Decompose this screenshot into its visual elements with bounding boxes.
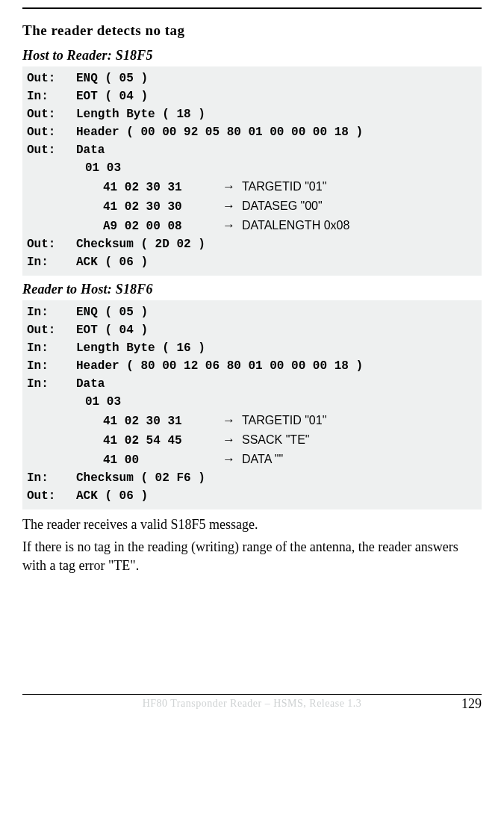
direction-label: Out: xyxy=(27,489,76,503)
direction-label: Out: xyxy=(27,108,76,121)
code-row: Out: Checksum ( 2D 02 ) xyxy=(27,235,477,253)
code-row: In: ENQ ( 05 ) xyxy=(27,303,477,321)
page-title: The reader detects no tag xyxy=(22,22,482,39)
code-text: ACK ( 06 ) xyxy=(76,255,148,269)
data-desc: TARGETID "01" xyxy=(242,414,326,427)
direction-label: In: xyxy=(27,306,76,319)
arrow-icon: → xyxy=(223,433,242,447)
paragraph: The reader receives a valid S18F5 messag… xyxy=(22,515,482,533)
code-text: Length Byte ( 16 ) xyxy=(76,341,205,355)
data-hex: 41 02 30 30 xyxy=(103,200,223,214)
data-subrow: 41 02 30 30 → DATASEG "00" xyxy=(27,196,477,216)
data-subrow: 01 03 xyxy=(27,159,477,177)
section1-code: Out: ENQ ( 05 ) In: EOT ( 04 ) Out: Leng… xyxy=(22,66,482,276)
data-subrow: 01 03 xyxy=(27,393,477,411)
data-hex: 41 02 30 31 xyxy=(103,415,223,428)
arrow-icon: → xyxy=(223,452,242,467)
code-text: Header ( 00 00 92 05 80 01 00 00 00 18 ) xyxy=(76,125,363,139)
code-text: Checksum ( 02 F6 ) xyxy=(76,471,205,485)
arrow-icon: → xyxy=(223,218,242,233)
data-hex: 41 00 xyxy=(103,453,223,467)
data-hex: 01 03 xyxy=(85,395,121,409)
direction-label: In: xyxy=(27,255,76,269)
code-row: In: Data xyxy=(27,375,477,393)
section2-heading: Reader to Host: S18F6 xyxy=(22,282,482,297)
page-number: 129 xyxy=(461,696,482,712)
direction-label: In: xyxy=(27,471,76,485)
code-text: EOT ( 04 ) xyxy=(76,323,148,337)
arrow-icon: → xyxy=(223,413,242,428)
data-desc: DATALENGTH 0x08 xyxy=(242,219,349,232)
data-desc: DATASEG "00" xyxy=(242,199,323,213)
data-desc: SSACK "TE" xyxy=(242,433,310,447)
code-row: In: Checksum ( 02 F6 ) xyxy=(27,469,477,487)
code-text: Checksum ( 2D 02 ) xyxy=(76,238,205,251)
page: The reader detects no tag Host to Reader… xyxy=(0,7,504,717)
data-desc: DATA "" xyxy=(242,453,283,466)
code-text: Header ( 80 00 12 06 80 01 00 00 00 18 ) xyxy=(76,359,363,373)
direction-label: Out: xyxy=(27,323,76,337)
code-text: Length Byte ( 18 ) xyxy=(76,108,205,121)
direction-label: In: xyxy=(27,341,76,355)
arrow-icon: → xyxy=(223,199,242,214)
data-subrow: 41 02 30 31 → TARGETID "01" xyxy=(27,411,477,430)
direction-label: In: xyxy=(27,359,76,373)
section1-heading: Host to Reader: S18F5 xyxy=(22,48,482,63)
code-row: Out: EOT ( 04 ) xyxy=(27,321,477,339)
data-subrow: 41 02 30 31 → TARGETID "01" xyxy=(27,177,477,196)
paragraph: If there is no tag in the reading (writi… xyxy=(22,538,482,574)
direction-label: In: xyxy=(27,90,76,103)
code-row: Out: ACK ( 06 ) xyxy=(27,487,477,505)
footer-center-text: HF80 Transponder Reader – HSMS, Release … xyxy=(22,698,482,710)
code-row: In: EOT ( 04 ) xyxy=(27,87,477,105)
data-hex: 01 03 xyxy=(85,161,121,175)
footer: HF80 Transponder Reader – HSMS, Release … xyxy=(22,694,482,717)
code-row: In: Length Byte ( 16 ) xyxy=(27,339,477,357)
data-subrow: 41 02 54 45 → SSACK "TE" xyxy=(27,430,477,450)
code-row: In: Header ( 80 00 12 06 80 01 00 00 00 … xyxy=(27,357,477,375)
arrow-icon: → xyxy=(223,179,242,194)
code-text: ENQ ( 05 ) xyxy=(76,72,148,85)
direction-label: Out: xyxy=(27,143,76,157)
direction-label: In: xyxy=(27,377,76,391)
code-row: Out: ENQ ( 05 ) xyxy=(27,69,477,87)
code-text: Data xyxy=(76,143,105,157)
direction-label: Out: xyxy=(27,125,76,139)
section2-code: In: ENQ ( 05 ) Out: EOT ( 04 ) In: Lengt… xyxy=(22,300,482,509)
direction-label: Out: xyxy=(27,238,76,251)
data-hex: 41 02 54 45 xyxy=(103,434,223,447)
code-row: Out: Header ( 00 00 92 05 80 01 00 00 00… xyxy=(27,123,477,141)
direction-label: Out: xyxy=(27,72,76,85)
data-subrow: A9 02 00 08 → DATALENGTH 0x08 xyxy=(27,216,477,235)
code-row: Out: Data xyxy=(27,141,477,159)
data-desc: TARGETID "01" xyxy=(242,180,326,193)
code-text: EOT ( 04 ) xyxy=(76,90,148,103)
top-rule xyxy=(22,7,482,9)
code-row: Out: Length Byte ( 18 ) xyxy=(27,105,477,123)
code-text: ACK ( 06 ) xyxy=(76,489,148,503)
data-subrow: 41 00 → DATA "" xyxy=(27,450,477,469)
code-row: In: ACK ( 06 ) xyxy=(27,253,477,271)
data-hex: A9 02 00 08 xyxy=(103,220,223,233)
code-text: Data xyxy=(76,377,105,391)
code-text: ENQ ( 05 ) xyxy=(76,306,148,319)
data-hex: 41 02 30 31 xyxy=(103,181,223,194)
